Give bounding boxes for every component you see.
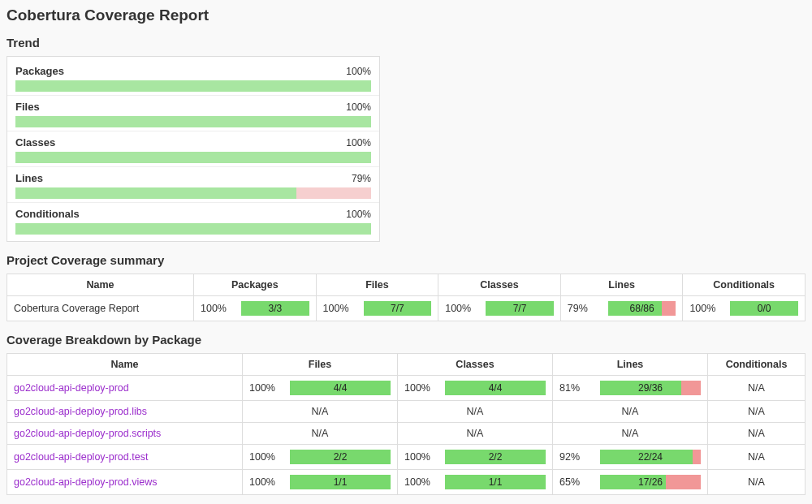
trend-pct: 100% xyxy=(346,137,371,149)
metric-bar: 1/1 xyxy=(445,475,546,489)
metric-ratio: 1/1 xyxy=(445,475,546,489)
package-link[interactable]: go2cloud-api-deploy-prod.views xyxy=(14,476,158,488)
metric-cell: 100%2/2 xyxy=(243,445,398,470)
metric-bar: 29/36 xyxy=(600,381,701,395)
metric-cell: 81%29/36 xyxy=(553,376,708,401)
metric-cell: 100%3/3 xyxy=(194,296,317,321)
metric-pct: 100% xyxy=(404,382,437,394)
summary-table: Name Packages Files Classes Lines Condit… xyxy=(6,274,806,321)
metric-bar: 17/26 xyxy=(600,475,701,489)
metric-ratio: 1/1 xyxy=(290,475,391,489)
metric-pct: 100% xyxy=(689,303,722,314)
metric-pct: 81% xyxy=(559,382,592,394)
trend-pct: 100% xyxy=(346,101,371,113)
metric-pct: 100% xyxy=(323,303,356,314)
trend-box: Packages100%Files100%Classes100%Lines79%… xyxy=(6,56,380,242)
metric-bar: 3/3 xyxy=(241,301,309,316)
trend-pct: 79% xyxy=(352,173,371,184)
metric-cell: N/A xyxy=(553,423,708,445)
metric-bar: 7/7 xyxy=(486,301,554,316)
metric-cell: 79%68/86 xyxy=(560,296,683,321)
metric-cell: 100%4/4 xyxy=(398,376,553,401)
metric-ratio: 29/36 xyxy=(600,381,701,395)
table-row: go2cloud-api-deploy-prod.test100%2/2100%… xyxy=(7,445,806,470)
metric-pct: 100% xyxy=(404,451,437,463)
summary-row: Cobertura Coverage Report100%3/3100%7/71… xyxy=(7,296,806,321)
table-row: go2cloud-api-deploy-prod100%4/4100%4/481… xyxy=(7,376,806,401)
package-link[interactable]: go2cloud-api-deploy-prod.libs xyxy=(14,406,147,417)
metric-ratio: 7/7 xyxy=(364,301,432,316)
package-name-cell: go2cloud-api-deploy-prod.libs xyxy=(7,401,243,423)
metric-pct: 100% xyxy=(445,303,477,314)
package-link[interactable]: go2cloud-api-deploy-prod.scripts xyxy=(14,428,161,439)
col-conditionals: Conditionals xyxy=(683,274,806,296)
metric-cell: 100%7/7 xyxy=(438,296,561,321)
trend-row: Packages100% xyxy=(7,60,379,95)
table-row: go2cloud-api-deploy-prod.libsN/AN/AN/AN/… xyxy=(7,401,806,423)
metric-pct: 100% xyxy=(249,451,282,463)
metric-pct: 100% xyxy=(249,382,282,394)
col-name: Name xyxy=(7,354,243,376)
metric-cell: N/A xyxy=(708,401,806,423)
metric-cell: N/A xyxy=(398,423,553,445)
trend-label: Lines xyxy=(15,172,43,184)
package-link[interactable]: go2cloud-api-deploy-prod xyxy=(14,382,129,394)
package-link[interactable]: go2cloud-api-deploy-prod.test xyxy=(14,451,148,463)
metric-bar: 22/24 xyxy=(600,450,701,464)
trend-bar xyxy=(15,223,371,235)
metric-ratio: 2/2 xyxy=(445,450,546,464)
metric-pct: 92% xyxy=(559,451,592,463)
trend-label: Classes xyxy=(15,136,55,149)
metric-cell: 92%22/24 xyxy=(553,445,708,470)
metric-ratio: 4/4 xyxy=(290,381,391,395)
metric-cell: N/A xyxy=(398,401,553,423)
page-title: Cobertura Coverage Report xyxy=(6,6,806,24)
package-name-cell: go2cloud-api-deploy-prod.scripts xyxy=(7,423,243,445)
trend-label: Packages xyxy=(15,65,64,77)
package-name-cell: go2cloud-api-deploy-prod.views xyxy=(7,470,243,495)
trend-heading: Trend xyxy=(6,36,806,50)
metric-ratio: 68/86 xyxy=(608,301,676,316)
metric-cell: N/A xyxy=(708,470,806,495)
metric-pct: 65% xyxy=(559,476,592,488)
trend-bar xyxy=(15,116,371,127)
trend-row: Lines79% xyxy=(7,167,379,202)
col-packages: Packages xyxy=(194,274,317,296)
metric-ratio: 0/0 xyxy=(730,301,798,316)
metric-pct: 79% xyxy=(568,303,600,314)
metric-cell: N/A xyxy=(708,423,806,445)
metric-pct: 100% xyxy=(404,476,437,488)
metric-pct: 100% xyxy=(201,303,233,314)
trend-row: Files100% xyxy=(7,96,379,131)
package-name-cell: go2cloud-api-deploy-prod.test xyxy=(7,445,243,470)
metric-cell: 100%7/7 xyxy=(316,296,438,321)
metric-ratio: 7/7 xyxy=(486,301,554,316)
metric-cell: N/A xyxy=(243,401,398,423)
trend-label: Conditionals xyxy=(15,208,80,220)
metric-bar: 7/7 xyxy=(364,301,432,316)
trend-bar xyxy=(15,187,371,199)
package-name-cell: go2cloud-api-deploy-prod xyxy=(7,376,243,401)
metric-bar: 68/86 xyxy=(608,301,676,316)
table-row: go2cloud-api-deploy-prod.scriptsN/AN/AN/… xyxy=(7,423,806,445)
metric-bar: 2/2 xyxy=(290,450,391,464)
metric-ratio: 3/3 xyxy=(241,301,309,316)
trend-label: Files xyxy=(15,101,40,113)
metric-cell: 100%2/2 xyxy=(398,445,553,470)
metric-ratio: 2/2 xyxy=(290,450,391,464)
col-lines: Lines xyxy=(553,354,708,376)
col-lines: Lines xyxy=(560,274,683,296)
trend-row: Classes100% xyxy=(7,131,379,166)
metric-cell: 100%1/1 xyxy=(398,470,553,495)
metric-ratio: 4/4 xyxy=(445,381,546,395)
metric-pct: 100% xyxy=(249,476,282,488)
metric-cell: 100%1/1 xyxy=(243,470,398,495)
metric-cell: 65%17/26 xyxy=(553,470,708,495)
summary-name: Cobertura Coverage Report xyxy=(7,296,194,321)
metric-cell: 100%0/0 xyxy=(683,296,806,321)
col-conditionals: Conditionals xyxy=(708,354,806,376)
metric-cell: N/A xyxy=(708,376,806,401)
metric-cell: 100%4/4 xyxy=(243,376,398,401)
col-name: Name xyxy=(7,274,194,296)
metric-cell: N/A xyxy=(553,401,708,423)
